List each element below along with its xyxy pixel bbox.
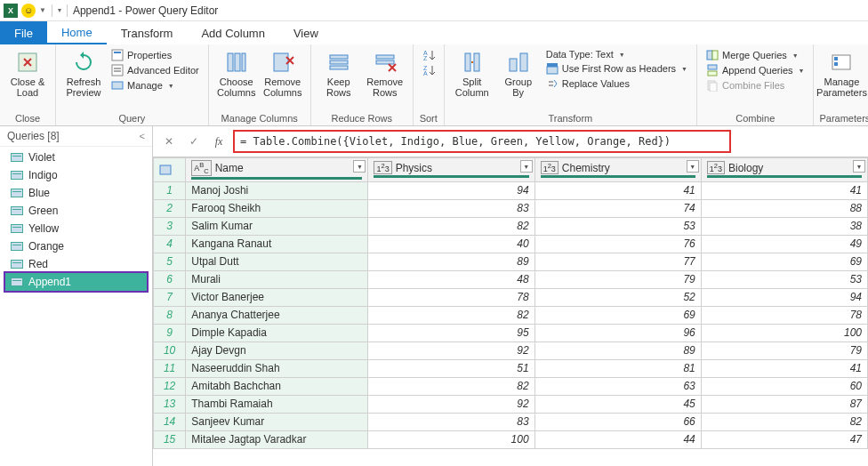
remove-rows-button[interactable]: Remove Rows: [363, 48, 407, 111]
cancel-formula-button[interactable]: ✕: [158, 131, 180, 152]
row-number[interactable]: 11: [154, 359, 186, 377]
cell-value[interactable]: 79: [534, 270, 701, 288]
cell-name[interactable]: Ananya Chatterjee: [186, 306, 368, 324]
row-number[interactable]: 2: [154, 199, 186, 217]
table-row[interactable]: 12Amitabh Bachchan826360: [154, 377, 868, 395]
cell-value[interactable]: 89: [534, 341, 701, 359]
cell-value[interactable]: 45: [534, 395, 701, 413]
cell-value[interactable]: 100: [368, 430, 534, 448]
query-item-yellow[interactable]: Yellow: [5, 220, 147, 237]
row-number[interactable]: 15: [154, 430, 186, 448]
tab-home[interactable]: Home: [47, 21, 107, 44]
cell-value[interactable]: 82: [368, 217, 534, 235]
queries-header[interactable]: Queries [8] <: [0, 126, 152, 147]
cell-value[interactable]: 82: [701, 413, 867, 430]
cell-value[interactable]: 60: [701, 377, 867, 395]
cell-value[interactable]: 83: [368, 199, 534, 217]
tab-file[interactable]: File: [0, 21, 47, 44]
cell-value[interactable]: 96: [534, 324, 701, 341]
replace-values-button[interactable]: Replace Values: [542, 76, 691, 91]
collapse-chevron-icon[interactable]: <: [140, 131, 145, 141]
row-number[interactable]: 1: [154, 181, 186, 199]
qat-dropdown-icon[interactable]: ▾: [58, 6, 61, 14]
grid-corner[interactable]: [154, 158, 186, 182]
cell-name[interactable]: Murali: [186, 270, 368, 288]
cell-value[interactable]: 66: [534, 413, 701, 430]
query-item-blue[interactable]: Blue: [5, 184, 147, 202]
cell-value[interactable]: 41: [701, 181, 867, 199]
query-item-indigo[interactable]: Indigo: [5, 166, 147, 184]
row-number[interactable]: 9: [154, 324, 186, 341]
filter-dropdown-icon[interactable]: ▼: [353, 160, 366, 173]
refresh-preview-button[interactable]: Refresh Preview: [61, 48, 106, 111]
cell-name[interactable]: Sanjeev Kumar: [186, 413, 368, 430]
advanced-editor-button[interactable]: Advanced Editor: [108, 63, 203, 77]
cell-value[interactable]: 88: [701, 199, 867, 217]
data-grid[interactable]: ABCName▼123Physics▼123Chemistry▼123Biolo…: [153, 157, 868, 466]
cell-name[interactable]: Naseeruddin Shah: [186, 359, 368, 377]
first-row-headers-button[interactable]: Use First Row as Headers▼: [542, 61, 691, 76]
row-number[interactable]: 7: [154, 288, 186, 306]
properties-button[interactable]: Properties: [108, 48, 203, 62]
formula-input[interactable]: = Table.Combine({Violet, Indigo, Blue, G…: [233, 130, 731, 153]
cell-value[interactable]: 49: [701, 235, 867, 253]
cell-value[interactable]: 48: [368, 270, 534, 288]
accept-formula-button[interactable]: ✓: [183, 131, 205, 152]
table-row[interactable]: 14Sanjeev Kumar836682: [154, 413, 868, 430]
query-item-green[interactable]: Green: [5, 202, 147, 220]
cell-name[interactable]: Thambi Ramaiah: [186, 395, 368, 413]
cell-value[interactable]: 77: [534, 253, 701, 270]
cell-value[interactable]: 82: [368, 306, 534, 324]
sort-asc-button[interactable]: AZ: [419, 48, 438, 62]
table-row[interactable]: 9Dimple Kapadia9596100: [154, 324, 868, 341]
table-row[interactable]: 8Ananya Chatterjee826978: [154, 306, 868, 324]
choose-columns-button[interactable]: Choose Columns: [214, 48, 259, 111]
cell-value[interactable]: 95: [368, 324, 534, 341]
combine-files-button[interactable]: Combine Files: [703, 78, 808, 92]
cell-name[interactable]: Farooq Sheikh: [186, 199, 368, 217]
cell-value[interactable]: 78: [701, 306, 867, 324]
cell-value[interactable]: 53: [534, 217, 701, 235]
cell-value[interactable]: 38: [701, 217, 867, 235]
cell-name[interactable]: Amitabh Bachchan: [186, 377, 368, 395]
cell-name[interactable]: Utpal Dutt: [186, 253, 368, 270]
cell-value[interactable]: 41: [701, 359, 867, 377]
row-number[interactable]: 10: [154, 341, 186, 359]
cell-value[interactable]: 83: [368, 413, 534, 430]
filter-dropdown-icon[interactable]: ▼: [687, 160, 699, 173]
group-by-button[interactable]: Group By: [496, 48, 541, 111]
cell-value[interactable]: 52: [534, 288, 701, 306]
cell-value[interactable]: 94: [701, 288, 867, 306]
cell-value[interactable]: 74: [534, 199, 701, 217]
cell-value[interactable]: 41: [534, 181, 701, 199]
query-item-append1[interactable]: Append1: [5, 273, 147, 291]
cell-name[interactable]: Ajay Devgn: [186, 341, 368, 359]
column-header-chemistry[interactable]: 123Chemistry▼: [534, 158, 701, 182]
cell-value[interactable]: 53: [701, 270, 867, 288]
column-header-physics[interactable]: 123Physics▼: [368, 158, 534, 182]
cell-name[interactable]: Victor Banerjee: [186, 288, 368, 306]
row-number[interactable]: 12: [154, 377, 186, 395]
cell-value[interactable]: 47: [701, 430, 867, 448]
query-item-red[interactable]: Red: [5, 255, 147, 273]
cell-name[interactable]: Dimple Kapadia: [186, 324, 368, 341]
cell-value[interactable]: 40: [368, 235, 534, 253]
cell-value[interactable]: 89: [368, 253, 534, 270]
merge-queries-button[interactable]: Merge Queries▼: [703, 48, 808, 62]
column-header-biology[interactable]: 123Biology▼: [701, 158, 867, 182]
cell-name[interactable]: Salim Kumar: [186, 217, 368, 235]
cell-name[interactable]: Manoj Joshi: [186, 181, 368, 199]
query-item-violet[interactable]: Violet: [5, 149, 147, 166]
table-row[interactable]: 11Naseeruddin Shah518141: [154, 359, 868, 377]
cell-value[interactable]: 63: [534, 377, 701, 395]
cell-value[interactable]: 82: [368, 377, 534, 395]
table-row[interactable]: 1Manoj Joshi944141: [154, 181, 868, 199]
cell-value[interactable]: 100: [701, 324, 867, 341]
cell-value[interactable]: 92: [368, 341, 534, 359]
cell-value[interactable]: 81: [534, 359, 701, 377]
close-and-load-button[interactable]: Close & Load: [5, 48, 50, 111]
cell-name[interactable]: Mitalee Jagtap Varadkar: [186, 430, 368, 448]
data-type-button[interactable]: Data Type: Text▼: [542, 48, 691, 60]
table-row[interactable]: 5Utpal Dutt897769: [154, 253, 868, 270]
table-row[interactable]: 2Farooq Sheikh837488: [154, 199, 868, 217]
